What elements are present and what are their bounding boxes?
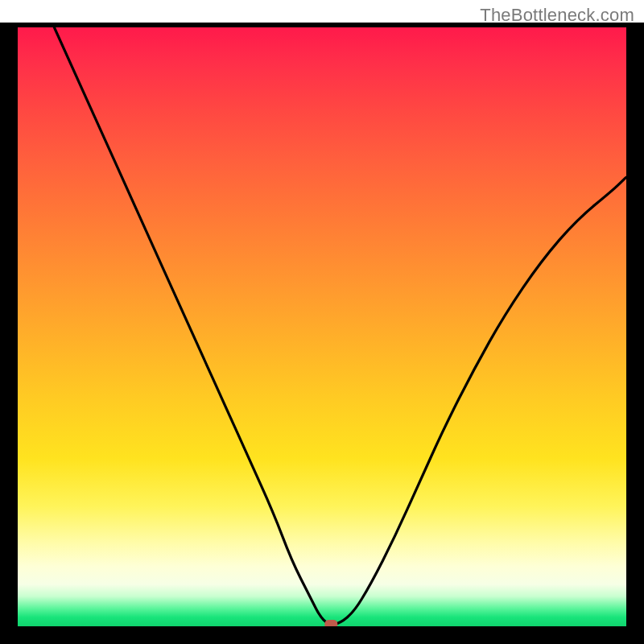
plot-frame (0, 23, 644, 644)
bottleneck-curve (54, 27, 626, 625)
chart-container: TheBottleneck.com (0, 0, 644, 644)
optimal-marker (324, 620, 337, 626)
plot-area (18, 27, 626, 626)
curve-layer (18, 27, 626, 626)
watermark-label: TheBottleneck.com (480, 5, 634, 26)
